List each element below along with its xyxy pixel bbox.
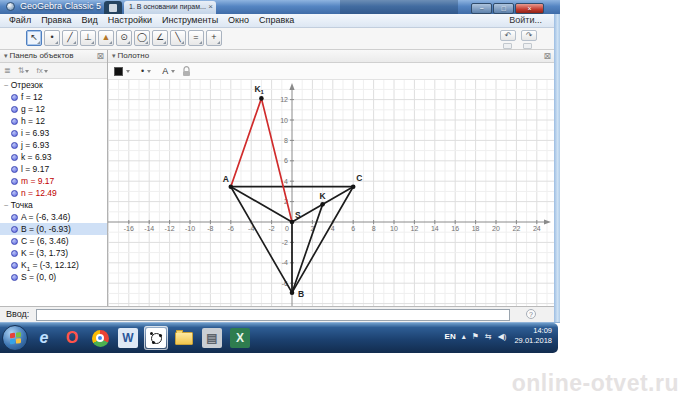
- algebra-item-h[interactable]: h = 12: [0, 115, 107, 127]
- minimize-button[interactable]: −: [471, 3, 492, 14]
- menu-item-1[interactable]: Правка: [36, 14, 76, 27]
- visibility-marble-icon[interactable]: [11, 238, 18, 245]
- polygon-tool[interactable]: ▲: [98, 30, 114, 46]
- visibility-marble-icon[interactable]: [11, 274, 18, 281]
- line-tool[interactable]: ╱: [62, 30, 78, 46]
- reflection-tool[interactable]: ╲: [170, 30, 186, 46]
- point-tool[interactable]: •: [44, 30, 60, 46]
- list-style-icon[interactable]: ≣: [4, 66, 11, 75]
- internet-explorer-icon[interactable]: e: [32, 326, 56, 350]
- algebra-item-A[interactable]: A = (-6, 3.46): [0, 211, 107, 223]
- algebra-item-g[interactable]: g = 12: [0, 103, 107, 115]
- excel-icon[interactable]: X: [228, 326, 252, 350]
- segment-m[interactable]: [231, 98, 262, 186]
- algebra-section-segments[interactable]: −Отрезок: [0, 79, 107, 91]
- point-S[interactable]: [290, 220, 295, 225]
- start-button[interactable]: [2, 325, 28, 351]
- browser-pinned-tab[interactable]: [104, 1, 122, 14]
- visibility-marble-icon[interactable]: [11, 166, 18, 173]
- algebra-item-i[interactable]: i = 6.93: [0, 127, 107, 139]
- visibility-marble-icon[interactable]: [11, 226, 18, 233]
- move-graphics-tool[interactable]: +: [206, 30, 222, 46]
- algebra-item-B[interactable]: B = (0, -6.93): [0, 223, 107, 235]
- redo-button[interactable]: ↷: [521, 30, 537, 41]
- algebra-item-K[interactable]: K = (3, 1.73): [0, 247, 107, 259]
- menu-item-3[interactable]: Настройки: [103, 14, 157, 27]
- algebra-close-icon[interactable]: ⊠: [96, 50, 104, 62]
- geogebra-icon[interactable]: [144, 326, 168, 350]
- algebra-item-f[interactable]: f = 12: [0, 91, 107, 103]
- perpendicular-line-tool[interactable]: ⊥: [80, 30, 96, 46]
- language-indicator[interactable]: EN: [445, 332, 456, 341]
- label-style-icon[interactable]: A: [162, 66, 168, 76]
- algebra-section-points[interactable]: −Точка: [0, 199, 107, 211]
- conic-tool[interactable]: ◯: [134, 30, 150, 46]
- graphics-close-icon[interactable]: ⊠: [543, 50, 551, 62]
- visibility-marble-icon[interactable]: [11, 106, 18, 113]
- visibility-marble-icon[interactable]: [11, 142, 18, 149]
- collapse-caret-icon[interactable]: ▾: [108, 52, 118, 59]
- menu-item-2[interactable]: Вид: [77, 14, 103, 27]
- algebra-item-l[interactable]: l = 9.17: [0, 163, 107, 175]
- network-icon[interactable]: ⇆: [485, 332, 492, 341]
- opera-icon[interactable]: O: [60, 326, 84, 350]
- visibility-marble-icon[interactable]: [11, 178, 18, 185]
- algebra-input-field[interactable]: [36, 309, 510, 321]
- help-mini-button[interactable]: [503, 43, 512, 49]
- fx-icon[interactable]: fx: [36, 66, 47, 75]
- undo-button[interactable]: ↶: [500, 30, 516, 41]
- chevron-down-icon[interactable]: [44, 70, 48, 75]
- point-K[interactable]: [320, 202, 325, 207]
- chevron-down-icon[interactable]: [25, 70, 29, 75]
- point-style-icon[interactable]: •: [141, 66, 144, 76]
- login-link[interactable]: Войти...: [509, 14, 542, 27]
- visibility-marble-icon[interactable]: [11, 262, 18, 269]
- point-C[interactable]: [351, 184, 356, 189]
- clock[interactable]: 14:09 29.01.2018: [514, 326, 554, 346]
- algebra-item-j[interactable]: j = 6.93: [0, 139, 107, 151]
- chevron-down-icon[interactable]: [147, 70, 151, 75]
- visibility-marble-icon[interactable]: [11, 214, 18, 221]
- chevron-down-icon[interactable]: [171, 70, 175, 75]
- visibility-marble-icon[interactable]: [11, 130, 18, 137]
- menu-item-6[interactable]: Справка: [254, 14, 299, 27]
- word-icon[interactable]: W: [116, 326, 140, 350]
- color-swatch[interactable]: [114, 67, 123, 76]
- move-tool[interactable]: ↖: [26, 30, 42, 46]
- algebra-item-S[interactable]: S = (0, 0): [0, 271, 107, 283]
- visibility-marble-icon[interactable]: [11, 190, 18, 197]
- menu-item-0[interactable]: Файл: [4, 14, 36, 27]
- visibility-marble-icon[interactable]: [11, 94, 18, 101]
- collapse-icon[interactable]: −: [4, 81, 9, 90]
- point-A[interactable]: [229, 184, 234, 189]
- point-B[interactable]: [290, 290, 295, 295]
- browser-tab[interactable]: 1. В основании пирам... ×: [124, 1, 216, 14]
- menu-item-5[interactable]: Окно: [223, 14, 254, 27]
- point-K1[interactable]: [259, 96, 264, 101]
- tab-close-icon[interactable]: ×: [208, 1, 213, 13]
- graphics-canvas[interactable]: -16-14-12-10-8-6-4-202468101214161820222…: [108, 80, 554, 306]
- volume-icon[interactable]: ◀): [498, 332, 507, 341]
- circle-tool[interactable]: ⊙: [116, 30, 132, 46]
- menu-item-4[interactable]: Инструменты: [157, 14, 223, 27]
- algebra-item-m[interactable]: m = 9.17: [0, 175, 107, 187]
- title-bar[interactable]: GeoGebra Classic 5 1. В основании пирам.…: [0, 0, 560, 14]
- chrome-icon[interactable]: [88, 326, 112, 350]
- notes-icon[interactable]: ▤: [200, 326, 224, 350]
- angle-tool[interactable]: ∠: [152, 30, 168, 46]
- visibility-marble-icon[interactable]: [11, 118, 18, 125]
- lock-icon[interactable]: [182, 66, 191, 77]
- sort-icon[interactable]: ⇅: [18, 66, 30, 75]
- close-button[interactable]: ×: [515, 3, 544, 14]
- visibility-marble-icon[interactable]: [11, 154, 18, 161]
- slider-tool[interactable]: =: [188, 30, 204, 46]
- collapse-icon[interactable]: −: [4, 201, 9, 210]
- algebra-item-k[interactable]: k = 6.93: [0, 151, 107, 163]
- chevron-down-icon[interactable]: [126, 70, 130, 75]
- input-help-button[interactable]: ?: [526, 309, 536, 319]
- visibility-marble-icon[interactable]: [11, 250, 18, 257]
- explorer-folder-icon[interactable]: [172, 326, 196, 350]
- algebra-item-C[interactable]: C = (6, 3.46): [0, 235, 107, 247]
- algebra-item-K1[interactable]: K1 = (-3, 12.12): [0, 259, 107, 271]
- layout-mini-button[interactable]: [523, 43, 532, 49]
